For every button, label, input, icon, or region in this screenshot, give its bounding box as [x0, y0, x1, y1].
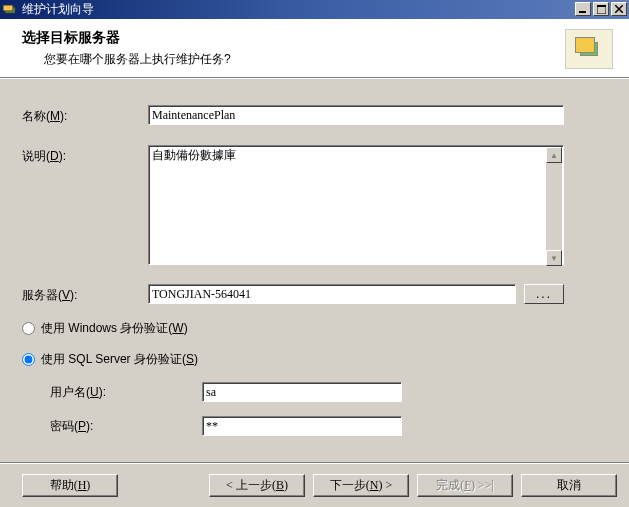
next-button[interactable]: 下一步(N) >	[313, 474, 409, 497]
name-input[interactable]	[148, 105, 564, 125]
window-controls	[573, 0, 629, 19]
form-area: 名称(M): 说明(D): ▲ ▼ 服务器(V): ... 使用 Windows…	[0, 79, 629, 462]
svg-rect-1	[3, 5, 13, 11]
window-title: 维护计划向导	[20, 1, 573, 18]
page-subtitle: 您要在哪个服务器上执行维护任务?	[22, 51, 565, 68]
textarea-scrollbar[interactable]: ▲ ▼	[546, 147, 562, 266]
username-input[interactable]	[202, 382, 402, 402]
server-input[interactable]	[148, 284, 516, 304]
finish-button: 完成(F) >>|	[417, 474, 513, 497]
windows-auth-label: 使用 Windows 身份验证(W)	[41, 320, 188, 337]
app-icon	[2, 2, 18, 18]
browse-server-button[interactable]: ...	[524, 284, 564, 304]
button-bar: 帮助(H) < 上一步(B) 下一步(N) > 完成(F) >>| 取消	[0, 464, 629, 507]
password-label: 密码(P):	[50, 418, 202, 435]
close-button[interactable]	[611, 2, 627, 16]
maximize-button[interactable]	[593, 2, 609, 16]
scroll-down-button[interactable]: ▼	[546, 250, 562, 266]
password-input[interactable]	[202, 416, 402, 436]
svg-rect-2	[579, 11, 586, 13]
description-label: 说明(D):	[22, 145, 148, 165]
sql-auth-radio[interactable]	[22, 353, 35, 366]
svg-rect-4	[597, 5, 606, 7]
windows-auth-radio[interactable]	[22, 322, 35, 335]
wizard-header-icon	[565, 29, 613, 69]
titlebar: 维护计划向导	[0, 0, 629, 19]
scroll-up-button[interactable]: ▲	[546, 147, 562, 163]
description-textarea[interactable]	[148, 145, 564, 265]
wizard-header: 选择目标服务器 您要在哪个服务器上执行维护任务?	[0, 19, 629, 77]
minimize-button[interactable]	[575, 2, 591, 16]
sql-auth-label: 使用 SQL Server 身份验证(S)	[41, 351, 198, 368]
username-label: 用户名(U):	[50, 384, 202, 401]
back-button[interactable]: < 上一步(B)	[209, 474, 305, 497]
help-button[interactable]: 帮助(H)	[22, 474, 118, 497]
name-label: 名称(M):	[22, 105, 148, 125]
page-title: 选择目标服务器	[22, 29, 565, 47]
cancel-button[interactable]: 取消	[521, 474, 617, 497]
server-label: 服务器(V):	[22, 284, 148, 304]
